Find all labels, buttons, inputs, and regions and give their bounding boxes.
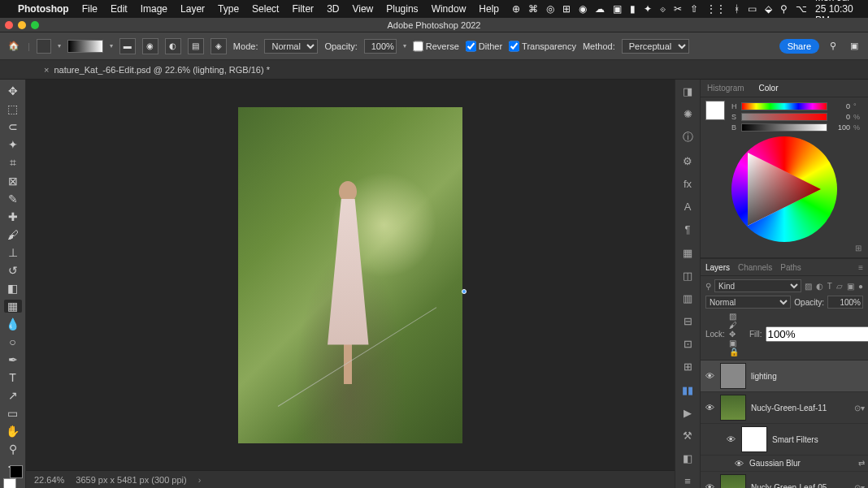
menu-type[interactable]: Type [218,3,239,15]
control-center-icon[interactable]: ⌥ [796,3,807,15]
patterns-icon[interactable]: ▥ [679,292,696,304]
panel-icon[interactable]: ◧ [679,452,696,465]
healing-tool-icon[interactable]: ✚ [4,210,22,223]
path-tool-icon[interactable]: ↗ [4,389,22,402]
zoom-tool-icon[interactable]: ⚲ [4,443,22,456]
zoom-level[interactable]: 22.64% [34,475,64,485]
tab-layers[interactable]: Layers [705,263,730,272]
hue-slider[interactable] [741,102,827,110]
window-minimize-button[interactable] [18,21,26,29]
menu-window[interactable]: Window [432,3,467,15]
expand-icon[interactable]: ⊞ [855,244,861,253]
libraries-icon[interactable]: ▮▮ [679,383,696,396]
lock-position-icon[interactable]: ✥ [729,330,736,339]
marquee-tool-icon[interactable]: ⬚ [4,102,22,115]
gradient-tool-icon[interactable]: ▦ [4,300,22,313]
battery-icon[interactable]: ▭ [748,3,757,15]
document-tab[interactable]: × nature_Kat_-66-Edit.psd @ 22.6% (light… [36,62,278,78]
chevron-right-icon[interactable]: › [198,475,202,485]
wifi-icon[interactable]: ⬙ [765,3,772,15]
foreground-swatch[interactable] [37,39,51,54]
lock-artboard-icon[interactable]: ▣ [729,339,736,348]
properties-icon[interactable]: ⚙ [679,154,696,167]
bri-value[interactable]: 100 [831,123,850,132]
eraser-tool-icon[interactable]: ◧ [4,282,22,295]
paragraph-icon[interactable]: ¶ [679,223,696,236]
filter-smart-icon[interactable]: ▣ [847,282,854,291]
diamond-gradient-icon[interactable]: ◈ [210,38,227,54]
tab-channels[interactable]: Channels [738,263,772,272]
menu-filter[interactable]: Filter [292,3,314,15]
layer-name[interactable]: Nucly-Green-Leaf-05 [751,483,849,489]
reflected-gradient-icon[interactable]: ▤ [188,38,204,54]
status-icon[interactable]: ⟐ [660,3,666,15]
actions-icon[interactable]: ⊡ [679,338,696,351]
layer-row[interactable]: 👁 Smart Filters [701,424,868,456]
status-icon[interactable]: ⊞ [562,3,571,15]
tab-color[interactable]: Color [756,81,782,95]
angle-gradient-icon[interactable]: ◐ [165,38,181,54]
layer-thumbnail[interactable] [720,363,746,389]
tab-histogram[interactable]: Histogram [704,81,748,95]
filter-shape-icon[interactable]: ▱ [836,282,843,291]
layer-name[interactable]: lighting [751,372,865,381]
layer-name[interactable]: Gaussian Blur [749,459,853,468]
document-dimensions[interactable]: 3659 px x 5481 px (300 ppi) [76,475,186,485]
chevron-down-icon[interactable]: ▾ [58,42,61,50]
linear-gradient-icon[interactable]: ▬ [119,38,136,54]
histogram-icon[interactable]: ◨ [679,84,696,97]
frame-tool-icon[interactable]: ⊠ [4,175,22,188]
reverse-checkbox[interactable]: Reverse [413,39,459,54]
menu-image[interactable]: Image [141,3,167,15]
menu-view[interactable]: View [352,3,373,15]
color-wheel[interactable] [731,136,837,242]
gradient-endpoint-icon[interactable] [462,289,467,294]
share-button[interactable]: Share [779,39,819,54]
layer-thumbnail[interactable] [741,426,767,452]
filter-toggle-icon[interactable]: ● [858,282,863,291]
layer-name[interactable]: Nucly-Green-Leaf-11 [751,404,849,412]
status-icon[interactable]: ✦ [644,3,652,15]
dither-checkbox[interactable]: Dither [466,39,502,54]
panel-menu-icon[interactable]: ≡ [858,263,863,272]
visibility-icon[interactable]: 👁 [704,371,715,381]
status-icon[interactable]: ⇧ [690,3,698,15]
status-icon[interactable]: ◉ [579,3,587,15]
layer-name[interactable]: Smart Filters [772,435,865,444]
adjustments-icon[interactable]: ✺ [679,107,696,120]
status-icon[interactable]: ◎ [546,3,554,15]
layer-opacity-input[interactable] [827,296,863,309]
settings-icon[interactable]: ⚒ [679,429,696,442]
info-icon[interactable]: ⓘ [679,130,696,145]
visibility-icon[interactable]: 👁 [704,482,715,488]
tab-paths[interactable]: Paths [780,263,801,272]
menu-plugins[interactable]: Plugins [386,3,418,15]
filter-type-icon[interactable]: T [827,282,832,291]
chevron-down-icon[interactable]: ▾ [110,42,113,50]
dodge-tool-icon[interactable]: ○ [4,335,22,348]
link-icon[interactable]: ⊙▾ [854,483,865,489]
search-icon[interactable]: ⚲ [705,282,711,291]
lock-transparency-icon[interactable]: ▨ [729,312,736,321]
background-color-swatch[interactable] [10,465,23,478]
shape-tool-icon[interactable]: ▭ [4,407,22,420]
canvas[interactable] [26,80,675,470]
window-zoom-button[interactable] [31,21,39,29]
blur-tool-icon[interactable]: 💧 [4,317,22,330]
layer-fill-input[interactable] [766,326,868,342]
layer-thumbnail[interactable] [720,474,746,488]
menu-layer[interactable]: Layer [180,3,205,15]
lasso-tool-icon[interactable]: ⊂ [4,120,22,133]
status-icon[interactable]: ✂ [674,3,682,15]
pen-tool-icon[interactable]: ✒ [4,353,22,366]
layer-row[interactable]: 👁 Nucly-Green-Leaf-11 ⊙▾ [701,392,868,424]
status-icon[interactable]: ⌘ [528,3,538,15]
lock-paint-icon[interactable]: 🖌 [729,321,737,330]
visibility-icon[interactable]: 👁 [733,459,744,469]
layer-row[interactable]: 👁 Gaussian Blur ⇄ [701,456,868,472]
menu-3d[interactable]: 3D [327,3,339,15]
status-icon[interactable]: ▣ [613,3,622,15]
opacity-input[interactable] [364,39,397,54]
type-icon[interactable]: A [679,201,696,214]
bluetooth-icon[interactable]: ᚼ [734,3,740,15]
